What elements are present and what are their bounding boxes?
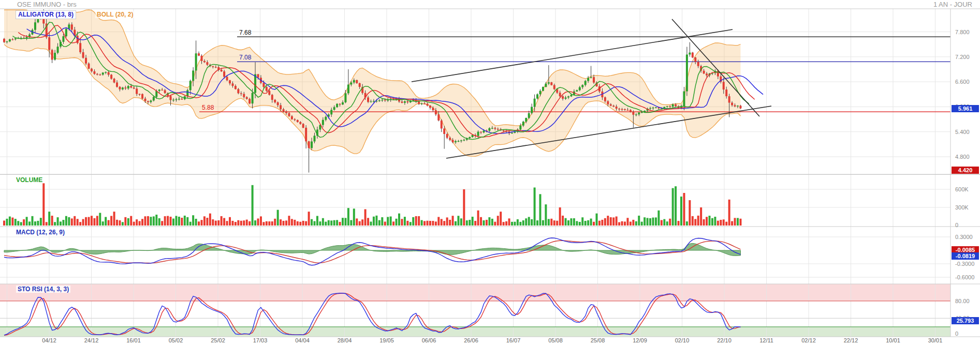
date-axis-label[interactable]: 05/02 (169, 337, 183, 343)
date-axis-label[interactable]: 24/12 (84, 337, 99, 343)
date-axis-label[interactable]: 17/03 (253, 337, 268, 343)
storsi-value-badge: 25.793 (952, 317, 979, 324)
date-axis-label[interactable]: 05/08 (548, 337, 563, 343)
volume-axis-tick: 300K (955, 204, 969, 211)
date-axis-label[interactable]: 12/09 (633, 337, 647, 343)
date-axis-label[interactable]: 22/10 (717, 337, 732, 343)
date-axis-label[interactable]: 06/06 (422, 337, 436, 343)
alligator-indicator-label[interactable]: ALLIGATOR (13, 8) (16, 10, 76, 19)
price-axis-tick: 5.400 (955, 129, 970, 135)
date-axis-label[interactable]: 16/01 (126, 337, 141, 343)
date-axis-label[interactable]: 26/06 (464, 337, 478, 343)
price-axis-tick: 7.200 (955, 54, 970, 60)
date-axis-label[interactable]: 22/12 (844, 337, 858, 343)
last-price-badge: 5.961 (952, 105, 979, 112)
bollinger-indicator-label[interactable]: BOLL (20, 2) (95, 11, 135, 18)
storsi-panel-label[interactable]: STO RSI (14, 3, 3) (16, 286, 70, 293)
volume-panel-label[interactable]: VOLUME (16, 176, 42, 184)
macd-value-badge: -0.0819 (952, 252, 979, 260)
macd-axis-tick: -0.3000 (955, 261, 974, 267)
storsi-axis-tick: 0 (955, 331, 958, 337)
volume-axis-tick: 0 (955, 222, 958, 228)
date-axis-label[interactable]: 04/12 (42, 337, 56, 343)
chart-canvas[interactable] (0, 0, 980, 345)
date-axis-label[interactable]: 28/04 (338, 337, 352, 343)
date-axis-label[interactable]: 12/11 (759, 337, 773, 343)
date-axis-label[interactable]: 02/10 (675, 337, 690, 343)
price-axis-tick: 4.800 (955, 154, 970, 160)
date-axis-label[interactable]: 02/12 (801, 337, 816, 343)
date-axis-label[interactable]: 10/01 (886, 337, 900, 343)
year-low-badge: 4.420 (952, 167, 979, 174)
trading-chart-app: OSE IMMUNO - brs 1 AN - JOUR ALLIGATOR (… (0, 0, 980, 345)
date-axis-label[interactable]: 25/08 (591, 337, 605, 343)
price-level-label-768[interactable]: 7.68 (239, 29, 251, 36)
price-axis-tick: 7.800 (955, 29, 970, 35)
macd-axis-tick: 0.3000 (955, 234, 973, 240)
volume-axis-tick: 600K (955, 186, 969, 192)
macd-axis-tick: -0.6000 (955, 274, 974, 280)
date-axis-label[interactable]: 19/05 (379, 337, 394, 343)
price-axis-tick: 6.600 (955, 79, 970, 85)
storsi-axis-tick: 80.00 (955, 298, 970, 304)
macd-panel-label[interactable]: MACD (12, 26, 9) (16, 229, 65, 236)
date-axis-label[interactable]: 25/02 (211, 337, 225, 343)
date-axis-label[interactable]: 04/04 (295, 337, 310, 343)
date-axis-label[interactable]: 16/07 (506, 337, 521, 343)
date-axis-label[interactable]: 30/01 (928, 337, 943, 343)
price-level-label-708[interactable]: 7.08 (239, 54, 251, 61)
price-level-label-588[interactable]: 5.88 (202, 104, 214, 111)
